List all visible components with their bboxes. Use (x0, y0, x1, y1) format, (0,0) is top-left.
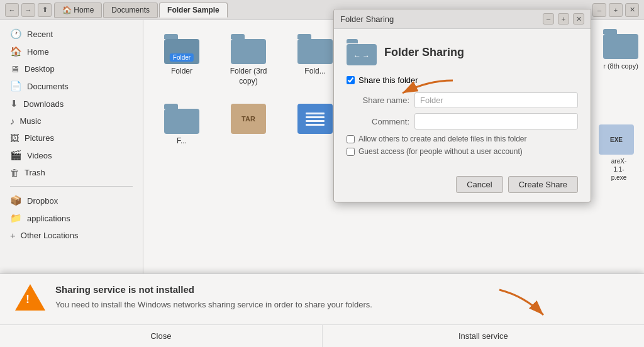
allow-create-delete-label[interactable]: Allow others to create and delete files … (358, 135, 526, 143)
share-folder-checkbox[interactable] (347, 76, 355, 84)
dialog-controls: – + ✕ (543, 13, 584, 25)
share-name-label: Share name: (347, 96, 409, 105)
comment-row: Comment: (347, 113, 578, 129)
allow-create-delete-row: Allow others to create and delete files … (347, 135, 578, 143)
share-name-row: Share name: (347, 92, 578, 108)
warning-icon (15, 284, 45, 314)
comment-label: Comment: (347, 117, 409, 126)
dialog-heading: Folder Sharing (384, 46, 464, 59)
warning-text-area: Sharing service is not installed You nee… (55, 284, 629, 311)
share-folder-label[interactable]: Share this folder (358, 75, 418, 85)
warning-body: Sharing service is not installed You nee… (0, 274, 644, 324)
guest-access-checkbox[interactable] (347, 148, 355, 156)
warning-triangle-shape (15, 284, 45, 311)
warning-title: Sharing service is not installed (55, 284, 629, 295)
guest-access-label[interactable]: Guest access (for people without a user … (358, 147, 523, 156)
create-share-button[interactable]: Create Share (508, 176, 578, 193)
install-service-button[interactable]: Install service (323, 325, 645, 347)
share-name-input[interactable] (414, 92, 578, 108)
warning-footer: Close Install service (0, 324, 644, 347)
dialog-body: ← → Folder Sharing Share this folder Sha… (334, 29, 591, 170)
comment-input-area[interactable] (414, 113, 578, 129)
folder-sharing-dialog: Folder Sharing – + ✕ ← → Folder (333, 9, 591, 202)
share-this-folder-row: Share this folder (347, 75, 578, 85)
dialog-header: ← → Folder Sharing (347, 39, 578, 65)
dialog-title: Folder Sharing (340, 14, 394, 24)
share-folder-icon: ← → (347, 39, 377, 65)
warning-dialog: Sharing service is not installed You nee… (0, 273, 644, 347)
dialog-maximize-button[interactable]: + (558, 13, 569, 25)
share-arrow-right: → (362, 52, 370, 60)
dialog-minimize-button[interactable]: – (543, 13, 554, 25)
dialog-footer: Cancel Create Share (334, 170, 591, 202)
allow-create-delete-checkbox[interactable] (347, 135, 355, 143)
dialog-title-bar: Folder Sharing – + ✕ (334, 9, 591, 29)
warning-description: You need to install the Windows networks… (55, 299, 629, 311)
share-arrow-left: ← (353, 52, 361, 60)
dialog-close-button[interactable]: ✕ (573, 13, 584, 25)
guest-access-row: Guest access (for people without a user … (347, 147, 578, 156)
cancel-button[interactable]: Cancel (456, 176, 502, 193)
close-button[interactable]: Close (0, 325, 323, 347)
